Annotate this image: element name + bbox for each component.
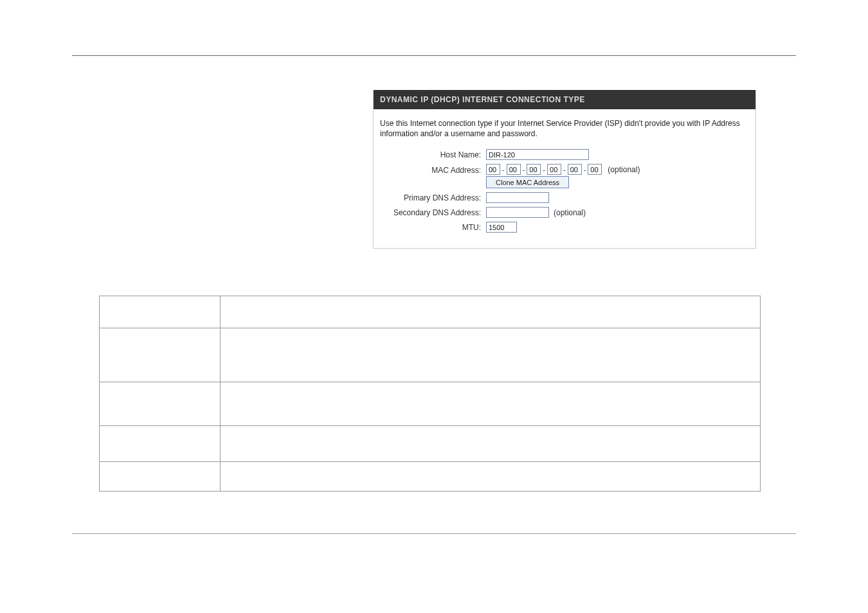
primary-dns-input[interactable] xyxy=(486,192,549,203)
mac-input-5[interactable] xyxy=(568,164,582,175)
mac-separator: - xyxy=(523,166,525,173)
secondary-dns-input[interactable] xyxy=(486,207,549,218)
clone-mac-button[interactable]: Clone MAC Address xyxy=(486,176,569,188)
form-rows: Host Name: MAC Address: - - - - - xyxy=(374,149,755,248)
table-cell xyxy=(100,382,221,426)
table-cell xyxy=(221,382,761,426)
mac-input-2[interactable] xyxy=(507,164,521,175)
label-host-name: Host Name: xyxy=(380,150,486,159)
mac-input-4[interactable] xyxy=(547,164,561,175)
label-primary-dns: Primary DNS Address: xyxy=(380,193,486,202)
mac-optional-text: (optional) xyxy=(608,165,640,174)
mac-separator: - xyxy=(563,166,566,173)
table-cell xyxy=(100,296,221,328)
row-primary-dns: Primary DNS Address: xyxy=(380,192,749,203)
mac-separator: - xyxy=(543,166,545,173)
table-cell xyxy=(221,426,761,462)
row-mac-address: MAC Address: - - - - - (optional) xyxy=(380,164,749,188)
label-secondary-dns: Secondary DNS Address: xyxy=(380,208,486,217)
bottom-horizontal-rule xyxy=(72,533,796,534)
table-cell xyxy=(221,462,761,492)
table-cell xyxy=(221,328,761,382)
label-mtu: MTU: xyxy=(380,223,486,232)
label-mac-address: MAC Address: xyxy=(380,164,486,175)
dhcp-config-panel: DYNAMIC IP (DHCP) INTERNET CONNECTION TY… xyxy=(373,90,756,249)
mac-input-3[interactable] xyxy=(527,164,541,175)
panel-header: DYNAMIC IP (DHCP) INTERNET CONNECTION TY… xyxy=(374,90,755,109)
mtu-input[interactable] xyxy=(486,222,517,233)
row-host-name: Host Name: xyxy=(380,149,749,160)
top-horizontal-rule xyxy=(72,55,796,56)
lower-table xyxy=(99,296,761,492)
mac-input-6[interactable] xyxy=(588,164,602,175)
mac-input-1[interactable] xyxy=(486,164,500,175)
table-cell xyxy=(221,296,761,328)
secondary-dns-optional-text: (optional) xyxy=(554,208,586,217)
mac-separator: - xyxy=(584,166,586,173)
table-cell xyxy=(100,462,221,492)
table-cell xyxy=(100,328,221,382)
row-secondary-dns: Secondary DNS Address: (optional) xyxy=(380,207,749,218)
panel-description: Use this Internet connection type if you… xyxy=(374,109,755,149)
table-cell xyxy=(100,426,221,462)
mac-separator: - xyxy=(502,166,505,173)
row-mtu: MTU: xyxy=(380,222,749,233)
host-name-input[interactable] xyxy=(486,149,589,160)
